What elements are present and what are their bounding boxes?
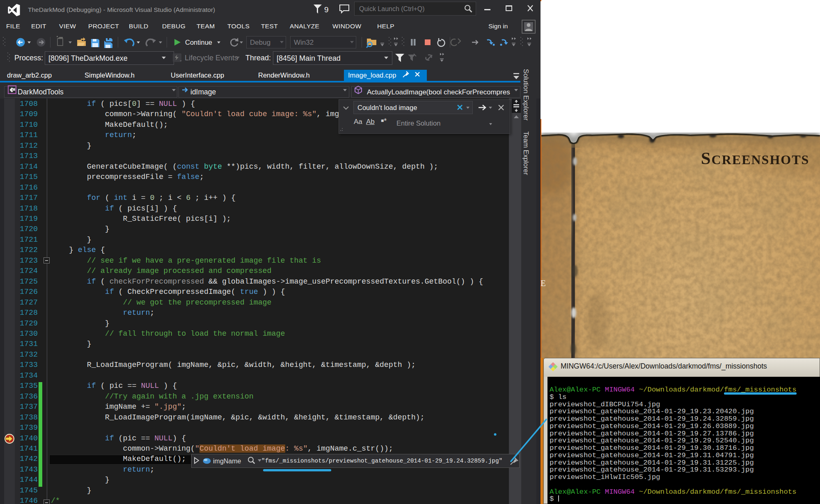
svg-text:Thread:: Thread: (245, 54, 271, 62)
svg-text:Continue: Continue (185, 39, 212, 46)
svg-text:Win32: Win32 (294, 39, 314, 46)
svg-text:[8096] TheDarkMod.exe: [8096] TheDarkMod.exe (48, 54, 128, 62)
svg-text:[8456] Main Thread: [8456] Main Thread (277, 54, 341, 62)
svg-text:Lifecycle Events: Lifecycle Events (185, 54, 238, 62)
svg-text:Debug: Debug (250, 39, 270, 46)
svg-text:9: 9 (324, 5, 329, 14)
svg-text:’E: ’E (541, 278, 546, 288)
svg-text:Process:: Process: (14, 54, 43, 62)
